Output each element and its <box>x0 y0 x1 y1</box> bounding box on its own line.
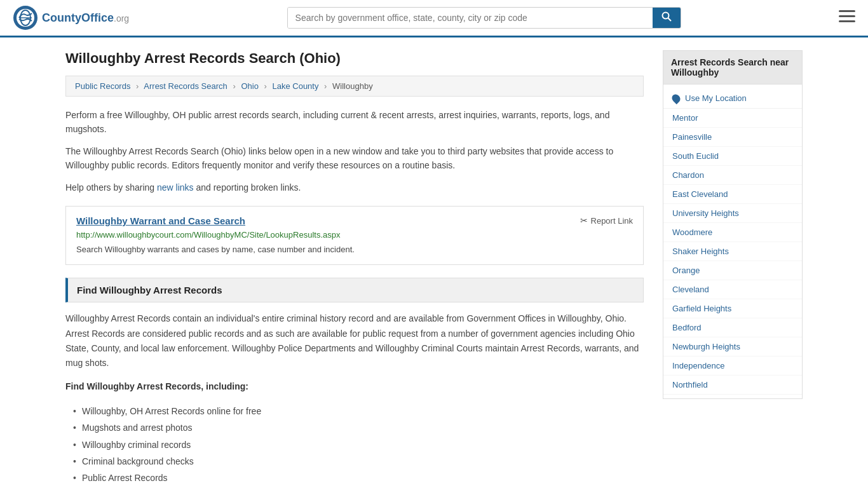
search-button[interactable] <box>653 8 681 28</box>
hamburger-icon <box>839 10 855 23</box>
search-icon <box>661 11 672 22</box>
pin-icon <box>670 92 682 104</box>
link-card-header: Willoughby Warrant and Case Search ✂ Rep… <box>76 215 633 226</box>
page-title: Willoughby Arrest Records Search (Ohio) <box>65 50 644 67</box>
link-card-url[interactable]: http://www.willoughbycourt.com/Willoughb… <box>76 230 633 240</box>
svg-point-4 <box>662 13 668 19</box>
report-link-icon: ✂ <box>580 215 588 226</box>
section-list-heading: Find Willoughby Arrest Records, includin… <box>65 379 644 394</box>
intro-paragraph-2: The Willoughby Arrest Records Search (Oh… <box>65 144 644 173</box>
sidebar-location-university-heights[interactable]: University Heights <box>663 204 802 223</box>
breadcrumb: Public Records › Arrest Records Search ›… <box>65 76 644 97</box>
search-input[interactable] <box>288 8 653 28</box>
list-item: Mugshots and arrest photos <box>72 419 644 436</box>
link-card-title[interactable]: Willoughby Warrant and Case Search <box>76 215 245 226</box>
breadcrumb-arrest-records[interactable]: Arrest Records Search <box>144 81 227 91</box>
sidebar-location-garfield-heights[interactable]: Garfield Heights <box>663 299 802 318</box>
search-input-wrap <box>287 7 681 29</box>
sidebar-location-chardon[interactable]: Chardon <box>663 166 802 185</box>
sidebar-location-east-cleveland[interactable]: East Cleveland <box>663 185 802 204</box>
link-card-description: Search Willoughby warrants and cases by … <box>76 243 633 256</box>
report-link-label: Report Link <box>591 216 633 226</box>
new-links-link[interactable]: new links <box>157 182 194 193</box>
logo-area: CountyOffice.org <box>13 5 129 30</box>
sidebar-location-bedford[interactable]: Bedford <box>663 318 802 337</box>
breadcrumb-current: Willoughby <box>332 81 373 91</box>
sidebar-location-shaker-heights[interactable]: Shaker Heights <box>663 242 802 261</box>
arrest-records-list: Willoughby, OH Arrest Records online for… <box>65 403 644 487</box>
sidebar-location-mentor[interactable]: Mentor <box>663 109 802 128</box>
intro-paragraph-3: Help others by sharing new links and rep… <box>65 180 644 194</box>
list-item: Willoughby criminal records <box>72 437 644 453</box>
search-area <box>287 7 681 29</box>
list-item: Criminal background checks <box>72 453 644 470</box>
use-location-label: Use My Location <box>685 93 747 103</box>
sidebar: Arrest Records Search near Willoughby Us… <box>663 50 803 488</box>
list-item: Willoughby, OH Arrest Records online for… <box>72 403 644 419</box>
main-container: Willoughby Arrest Records Search (Ohio) … <box>53 37 815 488</box>
breadcrumb-lake-county[interactable]: Lake County <box>272 81 318 91</box>
use-my-location-link[interactable]: Use My Location <box>663 88 802 109</box>
link-card: Willoughby Warrant and Case Search ✂ Rep… <box>65 206 644 266</box>
svg-rect-8 <box>839 20 855 22</box>
breadcrumb-public-records[interactable]: Public Records <box>75 81 130 91</box>
logo-icon <box>13 5 38 30</box>
svg-rect-6 <box>839 10 855 12</box>
logo-text: CountyOffice.org <box>42 11 129 25</box>
svg-rect-7 <box>839 15 855 17</box>
content-area: Willoughby Arrest Records Search (Ohio) … <box>65 50 644 488</box>
sidebar-location-woodmere[interactable]: Woodmere <box>663 223 802 242</box>
sidebar-location-cleveland[interactable]: Cleveland <box>663 280 802 299</box>
sidebar-location-south-euclid[interactable]: South Euclid <box>663 147 802 166</box>
section-paragraph-1: Willoughby Arrest Records contain an ind… <box>65 311 644 370</box>
sidebar-location-independence[interactable]: Independence <box>663 356 802 376</box>
header: CountyOffice.org <box>0 0 868 37</box>
breadcrumb-ohio[interactable]: Ohio <box>241 81 258 91</box>
report-link-button[interactable]: ✂ Report Link <box>580 215 633 226</box>
list-item: Public Arrest Records <box>72 470 644 486</box>
sidebar-links: Use My Location Mentor Painesville South… <box>663 85 803 399</box>
svg-line-5 <box>668 18 671 22</box>
section-heading: Find Willoughby Arrest Records <box>65 278 644 302</box>
intro-paragraph-1: Perform a free Willoughby, OH public arr… <box>65 108 644 137</box>
menu-button[interactable] <box>839 10 855 25</box>
sidebar-location-painesville[interactable]: Painesville <box>663 128 802 147</box>
sidebar-location-newburgh-heights[interactable]: Newburgh Heights <box>663 337 802 356</box>
sidebar-location-orange[interactable]: Orange <box>663 261 802 280</box>
sidebar-location-northfield[interactable]: Northfield <box>663 376 802 395</box>
sidebar-title: Arrest Records Search near Willoughby <box>663 50 803 85</box>
